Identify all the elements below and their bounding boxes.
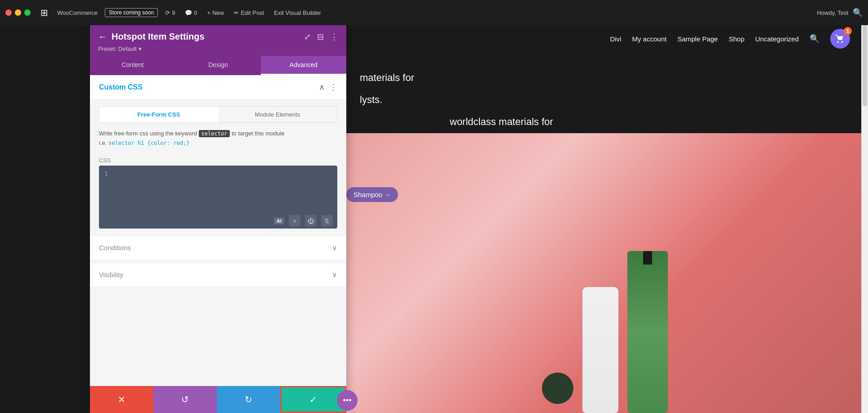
conditions-title: Conditions bbox=[99, 244, 131, 251]
css-editor-toolbar: AI + ⏻ ⇅ bbox=[274, 215, 333, 227]
css-desc-text1: Write free-form css using the keyword bbox=[99, 130, 197, 137]
cancel-button[interactable]: ✕ bbox=[90, 386, 153, 413]
css-editor-wrapper: 1 AI + ⏻ ⇅ bbox=[99, 166, 337, 230]
bg-text-2: lysts. bbox=[360, 92, 859, 107]
comments-button[interactable]: 💬 0 bbox=[182, 8, 200, 18]
columns-icon[interactable]: ⊟ bbox=[317, 32, 324, 42]
bg-text-1: materials for bbox=[360, 70, 859, 85]
more-options-icon[interactable]: ⋮ bbox=[330, 32, 338, 42]
reset-button[interactable]: ↺ bbox=[153, 386, 217, 413]
css-line-number: 1 bbox=[104, 170, 108, 177]
shampoo-tooltip[interactable]: Shampoo → bbox=[346, 187, 398, 202]
sort-button[interactable]: ⇅ bbox=[321, 215, 333, 227]
css-field-label: CSS bbox=[90, 153, 346, 166]
panel-header: ← Hotspot Item Settings ⤢ ⊟ ⋮ Preset: De… bbox=[90, 25, 346, 56]
add-css-button[interactable]: + bbox=[289, 215, 300, 227]
css-example-code: selector h1 {color: red;} bbox=[108, 140, 190, 146]
fullscreen-traffic-light[interactable] bbox=[24, 9, 31, 16]
white-bottle bbox=[582, 287, 618, 413]
panel-header-icons: ⤢ ⊟ ⋮ bbox=[304, 32, 338, 42]
preset-label[interactable]: Preset: Default ▾ bbox=[98, 45, 338, 56]
css-ie-label: i.e. bbox=[99, 139, 107, 146]
more-button[interactable]: ••• bbox=[337, 390, 358, 411]
redo-button[interactable]: ↻ bbox=[217, 386, 280, 413]
css-sub-tabs: Free-Form CSS Module Elements bbox=[99, 106, 337, 123]
panel-title-group: ← Hotspot Item Settings bbox=[98, 31, 205, 42]
product-area: Shampoo → bbox=[342, 133, 868, 413]
conditions-header[interactable]: Conditions ∨ bbox=[90, 236, 346, 259]
ai-button[interactable]: AI bbox=[274, 217, 284, 224]
admin-bar: ⊞ WooCommerce Store coming soon ⟳ 9 💬 0 … bbox=[0, 0, 868, 25]
cart-count-badge: 1 bbox=[844, 27, 852, 35]
panel-tabs: Content Design Advanced bbox=[90, 56, 346, 75]
collapse-icon[interactable]: ∧ bbox=[319, 82, 325, 92]
css-selector-keyword: selector bbox=[199, 130, 230, 137]
close-traffic-light[interactable] bbox=[5, 9, 12, 16]
admin-search-icon[interactable]: 🔍 bbox=[853, 8, 863, 18]
scrollbar-thumb[interactable] bbox=[863, 25, 867, 106]
custom-css-section-header: Custom CSS ∧ ⋮ bbox=[90, 75, 346, 100]
back-arrow-icon[interactable]: ← bbox=[98, 31, 107, 42]
section-menu-icon[interactable]: ⋮ bbox=[329, 82, 337, 92]
nav-my-account[interactable]: My account bbox=[632, 35, 667, 43]
cart-wrapper: 1 bbox=[830, 29, 850, 49]
sub-tab-freeform[interactable]: Free-Form CSS bbox=[99, 107, 218, 122]
css-description: Write free-form css using the keyword se… bbox=[90, 129, 346, 153]
settings-panel: ← Hotspot Item Settings ⤢ ⊟ ⋮ Preset: De… bbox=[90, 25, 346, 413]
site-search-icon[interactable]: 🔍 bbox=[810, 34, 819, 44]
tab-content[interactable]: Content bbox=[90, 56, 175, 75]
minimize-traffic-light[interactable] bbox=[15, 9, 21, 16]
custom-css-title: Custom CSS bbox=[99, 83, 143, 91]
tab-advanced[interactable]: Advanced bbox=[261, 56, 346, 75]
green-bottle-tall bbox=[627, 251, 668, 413]
conditions-chevron-icon: ∨ bbox=[332, 243, 337, 252]
visibility-header[interactable]: Visibility ∨ bbox=[90, 263, 346, 286]
panel-footer: ✕ ↺ ↻ ✓ ••• bbox=[90, 386, 346, 413]
admin-bar-right: Howdy, Test 🔍 bbox=[817, 8, 863, 18]
exit-visual-builder-button[interactable]: Exit Visual Builder bbox=[271, 8, 324, 18]
section-controls: ∧ ⋮ bbox=[319, 82, 337, 92]
expand-icon[interactable]: ⤢ bbox=[304, 32, 311, 42]
main-area: Divi My account Sample Page Shop Uncateg… bbox=[0, 25, 868, 413]
panel-header-top: ← Hotspot Item Settings ⤢ ⊟ ⋮ bbox=[98, 31, 338, 42]
tab-design[interactable]: Design bbox=[175, 56, 261, 75]
css-desc-text2: to target this module bbox=[232, 130, 285, 137]
sub-tab-module-elements[interactable]: Module Elements bbox=[218, 107, 337, 122]
edit-post-button[interactable]: ✏ Edit Post bbox=[231, 8, 267, 18]
bg-text-3: worldclass materials for bbox=[450, 114, 859, 129]
wp-logo-icon[interactable]: ⊞ bbox=[40, 7, 48, 18]
store-coming-soon-badge[interactable]: Store coming soon bbox=[105, 8, 158, 17]
dark-bottle bbox=[542, 373, 573, 404]
conditions-section: Conditions ∨ bbox=[90, 236, 346, 259]
product-bottles bbox=[364, 233, 846, 413]
save-button[interactable]: ✓ bbox=[280, 386, 346, 413]
nav-divi[interactable]: Divi bbox=[610, 35, 621, 43]
woocommerce-link[interactable]: WooCommerce bbox=[54, 8, 100, 18]
nav-sample-page[interactable]: Sample Page bbox=[677, 35, 718, 43]
panel-body: Custom CSS ∧ ⋮ Free-Form CSS Module Elem… bbox=[90, 75, 346, 386]
more-icon: ••• bbox=[343, 396, 352, 405]
power-button[interactable]: ⏻ bbox=[305, 215, 317, 227]
nav-shop[interactable]: Shop bbox=[729, 35, 744, 43]
visibility-section: Visibility ∨ bbox=[90, 263, 346, 286]
traffic-lights bbox=[5, 9, 31, 16]
howdy-text: Howdy, Test bbox=[817, 9, 848, 16]
visibility-title: Visibility bbox=[99, 271, 123, 278]
visibility-chevron-icon: ∨ bbox=[332, 270, 337, 279]
nav-uncategorized[interactable]: Uncategorized bbox=[755, 35, 799, 43]
new-button[interactable]: + New bbox=[205, 8, 227, 18]
panel-title: Hotspot Item Settings bbox=[112, 31, 205, 42]
sync-button[interactable]: ⟳ 9 bbox=[162, 8, 178, 18]
